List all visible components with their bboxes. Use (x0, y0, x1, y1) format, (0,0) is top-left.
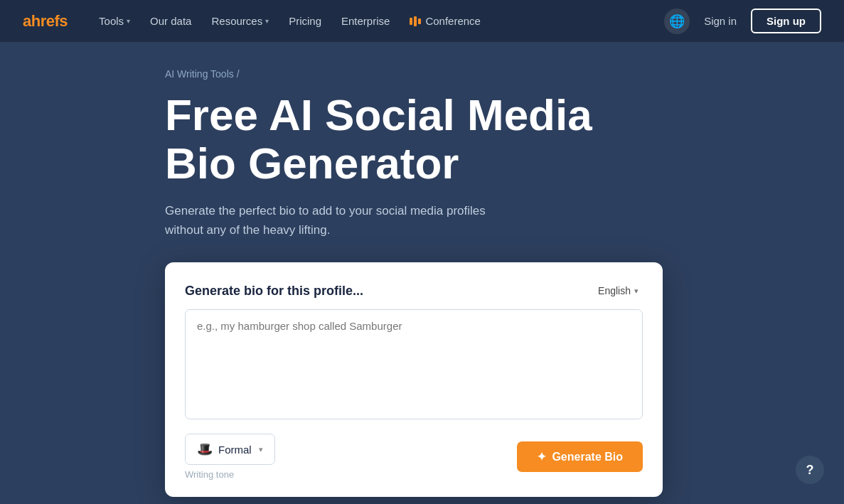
tone-label: Formal (218, 444, 252, 456)
nav-enterprise[interactable]: Enterprise (333, 9, 398, 33)
language-chevron-icon: ▾ (634, 286, 639, 296)
nav-right: 🌐 Sign in Sign up (664, 9, 821, 34)
generate-label: Generate Bio (552, 451, 623, 463)
tone-chevron-icon: ▾ (259, 445, 263, 454)
language-label: English (598, 285, 631, 296)
nav-links: Tools ▾ Our data Resources ▾ Pricing Ent… (90, 9, 664, 33)
navbar: ahrefs Tools ▾ Our data Resources ▾ Pric… (0, 0, 844, 43)
nav-pricing[interactable]: Pricing (280, 9, 330, 33)
main-content: AI Writing Tools / Free AI Social Media … (0, 43, 844, 497)
nav-conference[interactable]: Conference (401, 9, 489, 33)
page-title: Free AI Social Media Bio Generator (165, 91, 648, 188)
logo-text: hrefs (31, 12, 68, 30)
page-subtitle: Generate the perfect bio to add to your … (165, 202, 506, 240)
signin-button[interactable]: Sign in (701, 9, 739, 33)
tone-selector[interactable]: 🎩 Formal ▾ (185, 434, 275, 465)
bio-generator-card: Generate bio for this profile... English… (165, 262, 663, 497)
bio-input[interactable] (185, 309, 643, 419)
signup-button[interactable]: Sign up (751, 9, 821, 33)
breadcrumb: AI Writing Tools / (165, 68, 844, 80)
language-selector[interactable]: English ▾ (594, 282, 643, 299)
card-header-label: Generate bio for this profile... (185, 284, 363, 299)
help-button[interactable]: ? (796, 456, 824, 484)
nav-our-data[interactable]: Our data (141, 9, 200, 33)
sparkle-icon: ✦ (537, 450, 546, 463)
nav-resources[interactable]: Resources ▾ (203, 9, 277, 33)
writing-tone-hint: Writing tone (185, 469, 275, 480)
tools-chevron-icon: ▾ (127, 17, 130, 25)
card-footer: 🎩 Formal ▾ Writing tone ✦ Generate Bio (185, 434, 643, 480)
nav-tools[interactable]: Tools ▾ (90, 9, 139, 33)
conference-icon (410, 16, 421, 26)
card-header: Generate bio for this profile... English… (185, 282, 643, 299)
logo[interactable]: ahrefs (23, 12, 68, 31)
globe-button[interactable]: 🌐 (664, 9, 690, 34)
resources-chevron-icon: ▾ (265, 17, 269, 25)
tone-icon: 🎩 (197, 441, 213, 457)
generate-bio-button[interactable]: ✦ Generate Bio (517, 441, 643, 472)
logo-accent: a (23, 12, 31, 30)
